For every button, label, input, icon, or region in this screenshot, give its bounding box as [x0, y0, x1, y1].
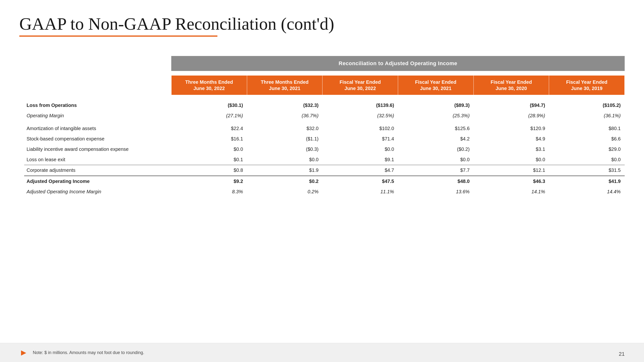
col-header-2: Fiscal Year Ended June 30, 2022	[322, 75, 398, 95]
row-value: $31.5	[549, 165, 625, 176]
title-underline	[19, 35, 218, 37]
row-value: $3.1	[474, 144, 549, 154]
row-label: Loss from Operations	[24, 100, 171, 110]
col-header-4: Fiscal Year Ended June 30, 2020	[474, 75, 549, 95]
row-value: ($105.2)	[549, 100, 625, 110]
row-value: $71.4	[322, 134, 398, 144]
row-label: Operating Margin	[24, 110, 171, 121]
row-value: $12.1	[474, 165, 549, 176]
row-value: (27.1%)	[171, 110, 247, 121]
page-number: 21	[619, 351, 625, 357]
col-header-0: Three Months Ended June 30, 2022	[171, 75, 247, 95]
footer-note: Note: $ in millions. Amounts may not foo…	[33, 350, 144, 355]
column-header-row: Three Months Ended June 30, 2022 Three M…	[24, 75, 625, 95]
row-value: (36.7%)	[247, 110, 322, 121]
row-value: 11.1%	[322, 187, 398, 197]
table-banner: Reconciliation to Adjusted Operating Inc…	[171, 56, 624, 71]
col-header-1: Three Months Ended June 30, 2021	[247, 75, 322, 95]
row-value: $0.2	[247, 176, 322, 187]
row-value: $0.0	[171, 144, 247, 154]
table-row: Adjusted Operating Income$9.2$0.2$47.5$4…	[24, 176, 625, 187]
footer-arrow-icon: ►	[19, 348, 28, 358]
row-value: ($94.7)	[474, 100, 549, 110]
row-value: $29.0	[549, 144, 625, 154]
row-value: $0.0	[247, 154, 322, 165]
row-value: $16.1	[171, 134, 247, 144]
row-value: (32.5%)	[322, 110, 398, 121]
row-value: $9.1	[322, 154, 398, 165]
row-value: (28.9%)	[474, 110, 549, 121]
row-label: Loss on lease exit	[24, 154, 171, 165]
row-label: Amortization of intangible assets	[24, 123, 171, 134]
page-title: GAAP to Non-GAAP Reconciliation (cont'd)	[19, 14, 625, 33]
row-label: Adjusted Operating Income	[24, 176, 171, 187]
row-value: $0.1	[171, 154, 247, 165]
row-value: ($0.3)	[247, 144, 322, 154]
row-value: ($1.1)	[247, 134, 322, 144]
row-value: $48.0	[398, 176, 474, 187]
row-value: $4.7	[322, 165, 398, 176]
row-label: Corporate adjustments	[24, 165, 171, 176]
row-value: $80.1	[549, 123, 625, 134]
table-row: Adjusted Operating Income Margin8.3%0.2%…	[24, 187, 625, 197]
row-value: $0.0	[549, 154, 625, 165]
title-section: GAAP to Non-GAAP Reconciliation (cont'd)	[19, 14, 625, 37]
row-value: $0.0	[398, 154, 474, 165]
row-label: Adjusted Operating Income Margin	[24, 187, 171, 197]
row-value: $102.0	[322, 123, 398, 134]
row-value: ($30.1)	[171, 100, 247, 110]
row-value: $4.9	[474, 134, 549, 144]
table-row: Corporate adjustments$0.8$1.9$4.7$7.7$12…	[24, 165, 625, 176]
row-value: $0.8	[171, 165, 247, 176]
col-header-3: Fiscal Year Ended June 30, 2021	[398, 75, 474, 95]
table-row: Loss from Operations($30.1)($32.3)($139.…	[24, 100, 625, 110]
row-value: ($89.3)	[398, 100, 474, 110]
row-value: ($0.2)	[398, 144, 474, 154]
row-value: (36.1%)	[549, 110, 625, 121]
row-value: $47.5	[322, 176, 398, 187]
page-container: GAAP to Non-GAAP Reconciliation (cont'd)…	[0, 0, 644, 362]
reconciliation-table: Reconciliation to Adjusted Operating Inc…	[24, 56, 625, 197]
row-value: $1.9	[247, 165, 322, 176]
row-value: 8.3%	[171, 187, 247, 197]
row-value: $0.0	[322, 144, 398, 154]
table-section: Reconciliation to Adjusted Operating Inc…	[24, 56, 625, 197]
row-label: Liability incentive award compensation e…	[24, 144, 171, 154]
row-value: $125.6	[398, 123, 474, 134]
row-value: ($139.6)	[322, 100, 398, 110]
row-value: (25.3%)	[398, 110, 474, 121]
table-row: Amortization of intangible assets$22.4$3…	[24, 123, 625, 134]
row-value: $4.2	[398, 134, 474, 144]
row-label: Stock-based compensation expense	[24, 134, 171, 144]
row-value: 14.4%	[549, 187, 625, 197]
row-value: $22.4	[171, 123, 247, 134]
row-value: $41.9	[549, 176, 625, 187]
row-value: $9.2	[171, 176, 247, 187]
row-value: $6.6	[549, 134, 625, 144]
row-value: $120.9	[474, 123, 549, 134]
table-row: Loss on lease exit$0.1$0.0$9.1$0.0$0.0$0…	[24, 154, 625, 165]
row-value: 13.6%	[398, 187, 474, 197]
table-row: Stock-based compensation expense$16.1($1…	[24, 134, 625, 144]
footer: ► Note: $ in millions. Amounts may not f…	[0, 343, 644, 362]
row-value: 0.2%	[247, 187, 322, 197]
row-value: ($32.3)	[247, 100, 322, 110]
col-header-5: Fiscal Year Ended June 30, 2019	[549, 75, 625, 95]
row-value: 14.1%	[474, 187, 549, 197]
table-row: Liability incentive award compensation e…	[24, 144, 625, 154]
table-row: Operating Margin(27.1%)(36.7%)(32.5%)(25…	[24, 110, 625, 121]
banner-row: Reconciliation to Adjusted Operating Inc…	[24, 56, 625, 71]
row-value: $7.7	[398, 165, 474, 176]
row-value: $0.0	[474, 154, 549, 165]
row-value: $46.3	[474, 176, 549, 187]
row-value: $32.0	[247, 123, 322, 134]
